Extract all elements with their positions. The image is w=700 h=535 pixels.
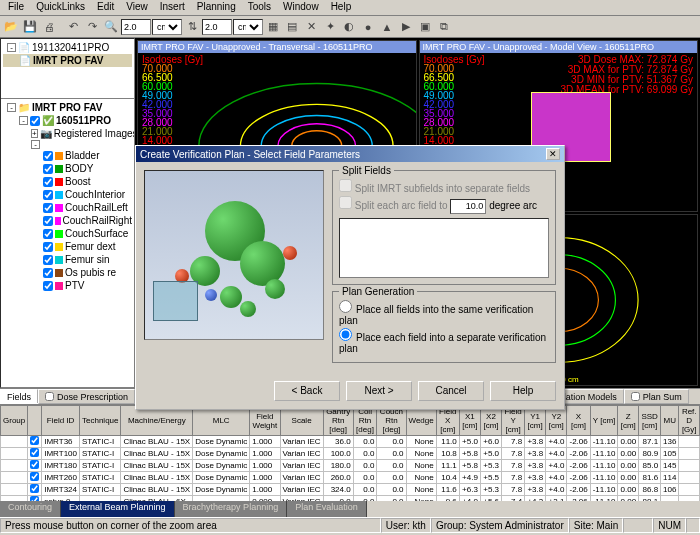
zoom-y-input[interactable] <box>202 19 232 35</box>
structure-checkbox[interactable] <box>43 268 53 278</box>
column-header[interactable]: SSD [cm] <box>639 406 661 436</box>
column-header[interactable]: Field Weight <box>250 406 280 436</box>
column-header[interactable]: Technique <box>80 406 121 436</box>
row-checkbox[interactable] <box>30 436 39 445</box>
structure-checkbox[interactable] <box>43 203 53 213</box>
structure-name[interactable]: PTV <box>65 279 84 292</box>
column-header[interactable]: X1 [cm] <box>459 406 480 436</box>
column-header[interactable]: Wedge <box>406 406 436 436</box>
tool4-icon[interactable]: ● <box>359 18 377 36</box>
column-header[interactable] <box>28 406 42 436</box>
plan-checkbox[interactable] <box>30 116 40 126</box>
column-header[interactable]: Coll Rtn [deg] <box>353 406 377 436</box>
structure-name[interactable]: BODY <box>65 162 93 175</box>
radio-same-plan[interactable]: Place all fields into the same verificat… <box>339 300 549 326</box>
next-button[interactable]: Next > <box>346 381 412 401</box>
column-header[interactable]: Field X [cm] <box>436 406 459 436</box>
opt-icon[interactable]: ⧉ <box>435 18 453 36</box>
row-checkbox[interactable] <box>30 472 39 481</box>
structure-checkbox[interactable] <box>43 190 53 200</box>
menu-window[interactable]: Window <box>277 0 325 15</box>
structure-name[interactable]: CouchRailRight <box>63 214 132 227</box>
column-header[interactable]: Y [cm] <box>590 406 618 436</box>
collapse-icon[interactable]: - <box>31 140 40 149</box>
tab-contouring[interactable]: Contouring <box>0 501 61 517</box>
structure-name[interactable]: Os pubis re <box>65 266 116 279</box>
layout2-icon[interactable]: ▤ <box>283 18 301 36</box>
column-header[interactable]: Field ID <box>42 406 80 436</box>
print-icon[interactable]: 🖨 <box>40 18 58 36</box>
tab-brachy[interactable]: Brachytherapy Planning <box>175 501 288 517</box>
table-row[interactable]: IMRT260STATIC-IClinac BLAU - 15XDose Dyn… <box>1 472 700 484</box>
tool2-icon[interactable]: ✦ <box>321 18 339 36</box>
structure-checkbox[interactable] <box>43 164 53 174</box>
column-header[interactable]: Field Y [cm] <box>502 406 525 436</box>
column-header[interactable]: Ref. D [Gy] <box>679 406 700 436</box>
tab-checkbox[interactable] <box>631 392 640 401</box>
zoom-x-unit[interactable]: cm <box>152 19 182 35</box>
structure-name[interactable]: Femur sin <box>65 253 109 266</box>
menu-quicklinks[interactable]: QuickLinks <box>30 0 91 15</box>
tree-course[interactable]: IMRT PRO FAV <box>32 101 102 114</box>
grid-tab[interactable]: Dose Prescription <box>38 389 135 404</box>
layout1-icon[interactable]: ▦ <box>264 18 282 36</box>
back-button[interactable]: < Back <box>274 381 340 401</box>
column-header[interactable]: Scale <box>280 406 323 436</box>
menu-insert[interactable]: Insert <box>154 0 191 15</box>
grid-tab[interactable]: Plan Sum <box>624 389 689 404</box>
expand-icon[interactable]: + <box>31 129 38 138</box>
tool1-icon[interactable]: ✕ <box>302 18 320 36</box>
structure-name[interactable]: Femur dext <box>65 240 116 253</box>
radio-separate-plan[interactable]: Place each field into a separate verific… <box>339 328 549 354</box>
menu-edit[interactable]: Edit <box>91 0 120 15</box>
table-row[interactable]: IMRT324STATIC-IClinac BLAU - 15XDose Dyn… <box>1 484 700 496</box>
column-header[interactable]: MLC <box>193 406 250 436</box>
row-checkbox[interactable] <box>30 460 39 469</box>
structure-checkbox[interactable] <box>43 255 53 265</box>
collapse-icon[interactable]: - <box>7 103 16 112</box>
tree-top[interactable]: -📄1911320411PRO 📄IMRT PRO FAV <box>1 39 134 99</box>
structure-name[interactable]: Boost <box>65 175 91 188</box>
structure-checkbox[interactable] <box>43 151 53 161</box>
fields-table[interactable]: GroupField IDTechniqueMachine/EnergyMLCF… <box>0 405 700 501</box>
structure-name[interactable]: CouchInterior <box>65 188 125 201</box>
column-header[interactable]: Couch Rtn [deg] <box>377 406 406 436</box>
tab-fields[interactable]: Fields <box>0 389 38 404</box>
structure-tree[interactable]: -📁IMRT PRO FAV -✅160511PRO +📷Registered … <box>1 99 134 387</box>
save-icon[interactable]: 💾 <box>21 18 39 36</box>
column-header[interactable]: Y1 [cm] <box>525 406 546 436</box>
column-header[interactable]: X2 [cm] <box>480 406 501 436</box>
zoom-y-unit[interactable]: cm <box>233 19 263 35</box>
close-icon[interactable]: ✕ <box>546 148 560 160</box>
undo-icon[interactable]: ↶ <box>64 18 82 36</box>
table-row[interactable]: IMRT180STATIC-IClinac BLAU - 15XDose Dyn… <box>1 460 700 472</box>
fields-listbox[interactable] <box>339 218 549 278</box>
row-checkbox[interactable] <box>30 448 39 457</box>
structure-name[interactable]: Bladder <box>65 149 99 162</box>
tool5-icon[interactable]: ▲ <box>378 18 396 36</box>
tree-child[interactable]: IMRT PRO FAV <box>33 54 103 67</box>
calc-icon[interactable]: ▣ <box>416 18 434 36</box>
collapse-icon[interactable]: - <box>7 43 16 52</box>
column-header[interactable]: Group <box>1 406 28 436</box>
column-header[interactable]: Z [cm] <box>618 406 639 436</box>
structure-name[interactable]: CouchRailLeft <box>65 201 128 214</box>
row-checkbox[interactable] <box>30 484 39 493</box>
menu-planning[interactable]: Planning <box>191 0 242 15</box>
menu-help[interactable]: Help <box>325 0 358 15</box>
structure-checkbox[interactable] <box>43 229 53 239</box>
link-icon[interactable]: ⇅ <box>183 18 201 36</box>
cancel-button[interactable]: Cancel <box>418 381 484 401</box>
zoom-icon[interactable]: 🔍 <box>102 18 120 36</box>
tree-plan[interactable]: 160511PRO <box>56 114 111 127</box>
dialog-titlebar[interactable]: Create Verification Plan - Select Field … <box>136 146 564 162</box>
column-header[interactable]: Gantry Rtn [deg] <box>323 406 353 436</box>
menu-tools[interactable]: Tools <box>242 0 277 15</box>
tab-plan-eval[interactable]: Plan Evaluation <box>287 501 367 517</box>
structure-checkbox[interactable] <box>43 281 53 291</box>
tree-root[interactable]: 1911320411PRO <box>32 41 109 54</box>
open-icon[interactable]: 📂 <box>2 18 20 36</box>
column-header[interactable]: Machine/Energy <box>121 406 193 436</box>
structure-checkbox[interactable] <box>43 216 53 226</box>
help-button[interactable]: Help <box>490 381 556 401</box>
